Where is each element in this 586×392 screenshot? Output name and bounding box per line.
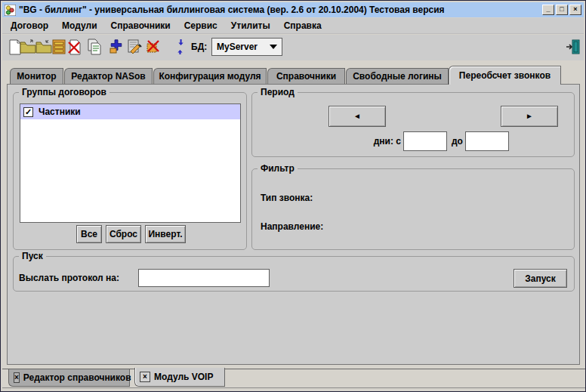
checkbox-checked-icon[interactable]: ✓ (23, 107, 33, 117)
tab-call-recalc[interactable]: Переобсчет звонков (449, 66, 561, 85)
bottom-tab-label: Редактор справочников (23, 372, 131, 383)
dropdown-arrow-icon (270, 45, 277, 49)
call-type-label: Тип звонка: (261, 193, 313, 203)
close-tab-icon[interactable]: × (140, 372, 150, 382)
find-entry-icon[interactable] (125, 37, 143, 57)
window-bottom-edge (2, 387, 585, 388)
app-icon (5, 5, 16, 16)
db-select-value: MyServer (217, 42, 258, 52)
contract-groups-list[interactable]: ✓ Частники (20, 103, 241, 223)
start-title: Пуск (19, 251, 46, 261)
menu-item-utilities[interactable]: Утилиты (224, 19, 277, 32)
toolbar: БД: MyServer (2, 35, 584, 60)
maximize-button[interactable]: □ (556, 5, 568, 15)
prev-month-button[interactable]: ◄ (328, 106, 386, 127)
db-select[interactable]: MyServer (211, 38, 282, 56)
days-to-input[interactable] (465, 131, 509, 151)
filter-title: Фильтр (258, 163, 298, 174)
protocol-email-input[interactable] (138, 269, 270, 287)
app-window: "BG - биллинг" - универсальная биллингов… (0, 0, 586, 392)
run-button[interactable]: Запуск (514, 269, 567, 288)
contract-groups-title: Группы договоров (19, 87, 109, 97)
exit-icon[interactable] (564, 37, 582, 57)
period-title: Период (258, 87, 298, 97)
minimize-button[interactable]: _ (542, 5, 554, 15)
tab-free-logins[interactable]: Свободные логины (346, 68, 449, 84)
right-arrow-icon: ► (526, 113, 533, 120)
filter-box (251, 168, 575, 250)
tab-nas-editor[interactable]: Редактор NASов (64, 68, 153, 84)
delete-entry-icon[interactable] (143, 37, 162, 57)
menu-item-contract[interactable]: Договор (4, 19, 55, 32)
bottom-tab-label: Модуль VOIP (154, 372, 213, 382)
bottom-tab-directory-editor[interactable]: × Редактор справочников (8, 369, 130, 387)
days-from-input[interactable] (403, 131, 447, 151)
menu-item-directories[interactable]: Справочники (104, 19, 177, 32)
copy-icon[interactable] (85, 37, 103, 57)
window-controls: _ □ × (542, 5, 581, 15)
menu-item-modules[interactable]: Модули (55, 19, 103, 32)
menu-item-service[interactable]: Сервис (177, 19, 224, 32)
reset-button[interactable]: Сброс (106, 225, 141, 243)
left-arrow-icon: ◄ (353, 113, 361, 120)
tab-directories[interactable]: Справочники (267, 68, 345, 84)
bottom-tab-voip-module[interactable]: × Модуль VOIP (134, 368, 225, 387)
list-item-chastniki[interactable]: ✓ Частники (20, 104, 240, 119)
window-title: "BG - биллинг" - универсальная биллингов… (19, 5, 445, 15)
refresh-icon[interactable] (171, 37, 190, 57)
close-tab-icon[interactable]: × (14, 372, 20, 383)
send-protocol-label: Выслать протокол на: (19, 273, 119, 283)
menubar: Договор Модули Справочники Сервис Утилит… (2, 18, 584, 34)
menu-item-help[interactable]: Справка (277, 19, 328, 32)
days-to-label: до (452, 136, 463, 147)
list-item-label: Частники (39, 106, 81, 117)
close-button[interactable]: × (569, 5, 581, 15)
invert-button[interactable]: Инверт. (145, 225, 186, 243)
select-all-button[interactable]: Все (76, 225, 102, 243)
days-from-label: дни: с (357, 136, 401, 147)
tab-monitor[interactable]: Монитор (10, 68, 63, 84)
next-month-button[interactable]: ► (501, 106, 558, 127)
tab-module-config[interactable]: Конфигурация модуля (153, 68, 267, 84)
direction-label: Направление: (261, 221, 323, 232)
db-label: БД: (191, 42, 207, 52)
delete-document-icon[interactable] (66, 37, 84, 57)
titlebar: "BG - биллинг" - универсальная биллингов… (2, 2, 584, 17)
add-entry-icon[interactable] (107, 37, 125, 57)
